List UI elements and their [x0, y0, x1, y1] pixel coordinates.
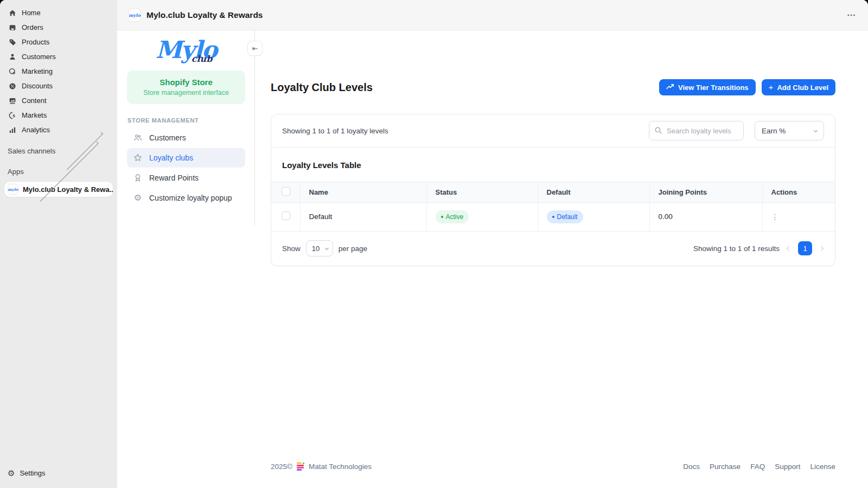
sidebar-apps[interactable]: Apps [0, 164, 117, 178]
footer-link-purchase[interactable]: Purchase [710, 463, 741, 471]
table-title: Loyalty Levels Table [271, 147, 835, 182]
sidebar-sales-channels[interactable]: Sales channels [0, 144, 117, 158]
loyalty-levels-card: Showing 1 to 1 of 1 loyalty levels Earn … [271, 114, 835, 266]
sidebar-item-label: Products [22, 38, 49, 46]
customers-icon [8, 52, 17, 61]
sidebar-item-label: Orders [22, 23, 43, 31]
page-title: Loyalty Club Levels [271, 81, 373, 94]
table-row: Default Active [271, 203, 835, 231]
appnav-item-customers[interactable]: Customers [127, 128, 245, 147]
sidebar-item-markets[interactable]: $ Markets [0, 108, 117, 123]
cell-joining-points: 0.00 [649, 203, 762, 231]
table-header-row: Name Status Default Joining Points Actio… [271, 182, 835, 203]
page-size-select[interactable]: 10 [306, 240, 333, 256]
store-subtitle: Store management interface [132, 89, 240, 97]
appnav-item-reward-points[interactable]: Reward Points [127, 168, 245, 188]
default-badge: Default [547, 210, 583, 223]
sidebar-item-discounts[interactable]: Discounts [0, 79, 117, 93]
cell-name: Default [300, 203, 426, 231]
home-icon [8, 8, 17, 17]
per-page-label: per page [339, 245, 367, 253]
earn-filter-select[interactable]: Earn % [755, 121, 824, 140]
mylo-app-icon: mylo [128, 9, 141, 22]
sidebar-item-customers[interactable]: Customers [0, 49, 117, 64]
select-all-checkbox[interactable] [282, 187, 290, 196]
apps-label: Apps [8, 168, 24, 176]
gear-icon: ⚙ [133, 193, 143, 203]
footer-link-license[interactable]: License [810, 463, 835, 471]
appnav-item-loyalty-clubs[interactable]: Loyalty clubs [127, 148, 245, 168]
discounts-icon [8, 81, 17, 91]
app-window: Home Orders Products Customers Marketing… [0, 0, 868, 488]
content-icon [8, 96, 17, 105]
collapse-sidebar-button[interactable]: ⇤ [247, 41, 263, 56]
sidebar-item-home[interactable]: Home [0, 5, 117, 20]
sidebar-item-label: Content [22, 97, 47, 105]
next-page-button[interactable] [819, 246, 824, 251]
appnav-item-label: Customers [149, 133, 186, 142]
appnav-item-label: Loyalty clubs [149, 153, 193, 162]
collapse-icon: ⇤ [252, 44, 258, 53]
store-info-card: Shopify Store Store management interface [127, 70, 245, 104]
footer-link-support[interactable]: Support [775, 463, 800, 471]
store-name: Shopify Store [132, 78, 240, 87]
search-box [649, 121, 744, 140]
sidebar-item-content[interactable]: Content [0, 93, 117, 108]
add-club-level-button[interactable]: + Add Club Level [762, 79, 835, 95]
search-icon [654, 126, 662, 137]
sidebar-item-settings[interactable]: ⚙ Settings [0, 466, 117, 480]
chevron-down-icon [814, 128, 818, 132]
mylo-app-icon: mylo [8, 184, 18, 195]
row-checkbox[interactable] [282, 211, 290, 220]
app-sidebar: ⇤ Mylo club Shopify Store Store manageme… [117, 30, 255, 488]
chevron-down-icon [325, 246, 329, 249]
loyalty-levels-table: Name Status Default Joining Points Actio… [271, 182, 835, 231]
chevron-left-icon [787, 246, 791, 251]
page-footer: 2025© Matat Technologies Docs Purchase F… [271, 463, 835, 471]
svg-text:$: $ [12, 113, 15, 118]
star-icon [133, 153, 143, 163]
users-icon [133, 133, 143, 143]
column-header-actions: Actions [762, 182, 835, 203]
chevron-right-icon [819, 246, 824, 251]
search-input[interactable] [649, 121, 744, 140]
more-menu-icon[interactable]: ⋯ [847, 10, 856, 20]
status-dot [441, 216, 443, 218]
section-store-management: STORE MANAGEMENT [127, 117, 245, 124]
earn-filter-value: Earn % [762, 127, 786, 135]
sidebar-item-label: Discounts [22, 82, 53, 90]
plus-icon: + [769, 83, 774, 91]
footer-link-faq[interactable]: FAQ [750, 463, 765, 471]
copyright-year: 2025© [271, 463, 292, 471]
topbar: mylo Mylo.club Loyalty & Rewards ⋯ [117, 0, 868, 30]
page-1-button[interactable]: 1 [798, 241, 812, 255]
sidebar-item-label: Analytics [22, 126, 50, 134]
company-name: Matat Technologies [309, 463, 372, 471]
column-header-status: Status [426, 182, 538, 203]
sidebar-item-mylo-app[interactable]: mylo Mylo.club Loyalty & Rewa... [4, 182, 113, 197]
settings-label: Settings [20, 469, 45, 477]
sidebar-item-orders[interactable]: Orders [0, 20, 117, 35]
sidebar-item-products[interactable]: Products [0, 35, 117, 49]
previous-page-button[interactable] [786, 246, 792, 251]
gear-icon: ⚙ [8, 469, 15, 477]
markets-icon: $ [8, 111, 17, 120]
sidebar-item-label: Customers [22, 53, 56, 61]
main-content: Loyalty Club Levels View Tier Transition… [255, 30, 868, 488]
appnav-item-label: Customize loyalty popup [149, 194, 232, 202]
award-icon [133, 173, 143, 183]
column-header-name: Name [300, 182, 426, 203]
footer-link-docs[interactable]: Docs [683, 463, 700, 471]
status-badge: Active [436, 210, 469, 223]
results-summary: Showing 1 to 1 of 1 loyalty levels [282, 127, 388, 135]
row-actions-menu-icon[interactable]: ⋮ [771, 213, 779, 221]
trending-up-icon [666, 84, 674, 92]
orders-icon [8, 23, 17, 32]
view-tier-transitions-label: View Tier Transitions [678, 84, 749, 92]
view-tier-transitions-button[interactable]: View Tier Transitions [659, 79, 756, 95]
matat-logo-icon [297, 463, 304, 471]
marketing-icon [8, 67, 17, 76]
sidebar-item-marketing[interactable]: Marketing [0, 64, 117, 79]
sidebar-item-label: Marketing [22, 67, 53, 75]
appnav-item-customize-popup[interactable]: ⚙ Customize loyalty popup [127, 188, 245, 208]
